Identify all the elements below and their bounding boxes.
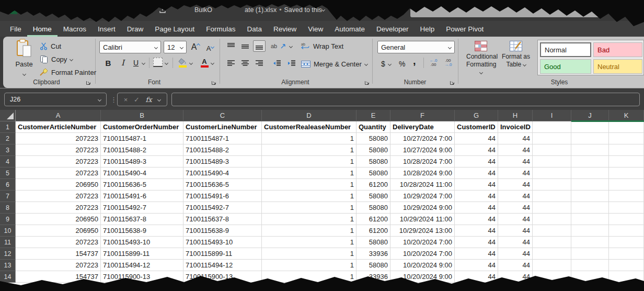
- cell-I7[interactable]: [533, 191, 571, 202]
- row-header-5[interactable]: 5: [0, 167, 16, 179]
- cell-G1[interactable]: CustomerID: [455, 121, 498, 133]
- cell-E13[interactable]: 58080: [356, 260, 390, 271]
- cell-K3[interactable]: [609, 144, 644, 156]
- cell-D12[interactable]: 1: [262, 248, 356, 260]
- row-header-8[interactable]: 8: [0, 202, 16, 214]
- cell-I14[interactable]: [533, 271, 571, 283]
- cell-D6[interactable]: 1: [262, 179, 356, 191]
- number-format-chevron-icon[interactable]: [448, 45, 452, 49]
- cell-D2[interactable]: 1: [262, 133, 356, 144]
- cell-G3[interactable]: 44: [455, 144, 498, 156]
- align-center-icon[interactable]: [241, 60, 249, 67]
- cell-A5[interactable]: 207223: [16, 167, 101, 179]
- row-header-4[interactable]: 4: [0, 156, 16, 167]
- decrease-decimal-button[interactable]: .00→.0: [442, 58, 454, 68]
- cell-C2[interactable]: 7100115487-1: [183, 133, 262, 144]
- cell-D10[interactable]: 1: [262, 225, 356, 237]
- enter-icon[interactable]: ✓: [134, 96, 140, 104]
- cell-C3[interactable]: 7100115488-2: [183, 144, 262, 156]
- row-header-14[interactable]: 14: [0, 271, 16, 283]
- cell-G2[interactable]: 44: [455, 133, 498, 144]
- title-dropdown-chevron-icon[interactable]: [321, 8, 325, 12]
- cell-D8[interactable]: 1: [262, 202, 356, 214]
- alignment-dialog-launcher[interactable]: [364, 80, 370, 85]
- cell-F12[interactable]: 10/20/2024 7:00: [390, 248, 455, 260]
- paste-button[interactable]: Paste: [10, 39, 38, 77]
- menu-tab-insert[interactable]: Insert: [92, 21, 121, 37]
- cell-H7[interactable]: 44: [498, 191, 533, 202]
- cell-I11[interactable]: [533, 237, 571, 248]
- cell-I9[interactable]: [533, 214, 571, 225]
- cell-A10[interactable]: 206950: [16, 225, 101, 237]
- cell-K4[interactable]: [609, 156, 644, 167]
- cell-B14[interactable]: 7100115900-13: [101, 271, 183, 283]
- grow-font-button[interactable]: A: [189, 41, 202, 53]
- cell-E2[interactable]: 58080: [356, 133, 390, 144]
- cell-F10[interactable]: 10/29/2024 13:00: [390, 225, 455, 237]
- cell-B4[interactable]: 7100115489-3: [101, 156, 183, 167]
- cell-H11[interactable]: 44: [498, 237, 533, 248]
- column-header-J[interactable]: J: [571, 110, 609, 121]
- cell-H9[interactable]: 44: [498, 214, 533, 225]
- column-header-E[interactable]: E: [356, 110, 390, 121]
- cell-C4[interactable]: 7100115489-3: [183, 156, 262, 167]
- cell-style-bad[interactable]: Bad: [593, 42, 642, 57]
- cell-K5[interactable]: [609, 167, 644, 179]
- copy-dropdown-chevron-icon[interactable]: [70, 57, 73, 61]
- fx-chevron-icon[interactable]: [157, 97, 161, 101]
- middle-align-icon[interactable]: [241, 42, 249, 50]
- cell-A1[interactable]: CustomerArticleNumber: [16, 121, 101, 133]
- cell-F11[interactable]: 10/20/2024 7:00: [390, 237, 455, 248]
- cell-H13[interactable]: 44: [498, 260, 533, 271]
- cell-F9[interactable]: 10/29/2024 11:00: [390, 214, 455, 225]
- cell-H4[interactable]: 44: [498, 156, 533, 167]
- cell-D3[interactable]: 1: [262, 144, 356, 156]
- cancel-icon[interactable]: ×: [124, 96, 128, 104]
- cell-F3[interactable]: 10/27/2024 9:00: [390, 144, 455, 156]
- percent-style-button[interactable]: %: [399, 59, 405, 69]
- cell-B3[interactable]: 7100115488-2: [101, 144, 183, 156]
- cell-K6[interactable]: [609, 179, 644, 191]
- cell-K10[interactable]: [609, 225, 644, 237]
- cell-E12[interactable]: 33936: [356, 248, 390, 260]
- cell-C1[interactable]: CustomerLineNumber: [183, 121, 262, 133]
- cell-D11[interactable]: 1: [262, 237, 356, 248]
- name-box[interactable]: J26: [4, 93, 107, 106]
- cell-B9[interactable]: 7100115637-8: [101, 214, 183, 225]
- column-header-I[interactable]: I: [533, 110, 571, 121]
- cell-I2[interactable]: [533, 133, 571, 144]
- currency-chevron-icon[interactable]: [388, 62, 392, 65]
- cell-B5[interactable]: 7100115490-4: [101, 167, 183, 179]
- column-header-C[interactable]: C: [183, 110, 262, 121]
- cell-C6[interactable]: 7100115636-5: [183, 179, 262, 191]
- cell-K13[interactable]: [609, 260, 644, 271]
- cell-G12[interactable]: 44: [455, 248, 498, 260]
- menu-tab-formulas[interactable]: Formulas: [200, 21, 241, 37]
- cell-J12[interactable]: [571, 248, 609, 260]
- cell-A9[interactable]: 206950: [16, 214, 101, 225]
- menu-tab-power-pivot[interactable]: Power Pivot: [440, 21, 489, 37]
- cell-C9[interactable]: 7100115637-8: [183, 214, 262, 225]
- cell-E7[interactable]: 58080: [356, 191, 390, 202]
- column-header-G[interactable]: G: [455, 110, 498, 121]
- cell-F6[interactable]: 10/28/2024 11:00: [390, 179, 455, 191]
- cell-B10[interactable]: 7100115638-9: [101, 225, 183, 237]
- cell-C8[interactable]: 7100115492-7: [183, 202, 262, 214]
- cell-E8[interactable]: 58080: [356, 202, 390, 214]
- cell-K7[interactable]: [609, 191, 644, 202]
- cell-K9[interactable]: [609, 214, 644, 225]
- cell-K11[interactable]: [609, 237, 644, 248]
- cell-E5[interactable]: 58080: [356, 167, 390, 179]
- cell-I3[interactable]: [533, 144, 571, 156]
- menu-tab-view[interactable]: View: [302, 21, 329, 37]
- cell-C13[interactable]: 7100115494-12: [183, 260, 262, 271]
- cell-A2[interactable]: 207223: [16, 133, 101, 144]
- menu-tab-review[interactable]: Review: [268, 21, 302, 37]
- cell-J13[interactable]: [571, 260, 609, 271]
- cell-G10[interactable]: 44: [455, 225, 498, 237]
- decrease-indent-icon[interactable]: [273, 60, 281, 67]
- wrap-text-button[interactable]: ab Wrap Text: [301, 41, 343, 51]
- menu-tab-help[interactable]: Help: [415, 21, 441, 37]
- row-header-10[interactable]: 10: [0, 225, 16, 237]
- cell-D14[interactable]: 1: [262, 271, 356, 283]
